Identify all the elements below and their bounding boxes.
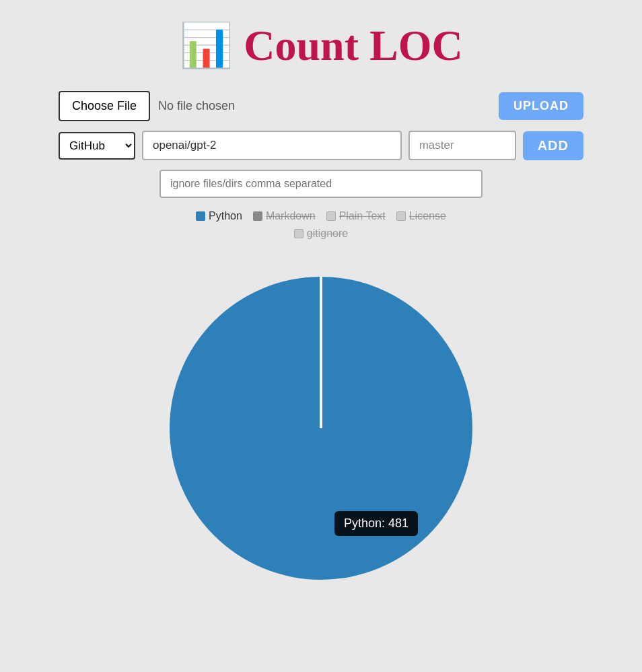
- upload-button[interactable]: UPLOAD: [499, 92, 583, 120]
- add-button[interactable]: ADD: [523, 131, 583, 160]
- app-title: Count LOC: [244, 21, 462, 71]
- legend-item-license[interactable]: License: [396, 210, 446, 222]
- pie-chart[interactable]: [153, 260, 489, 597]
- controls-section: Choose File No file chosen UPLOAD GitHub…: [59, 91, 583, 240]
- chart-container: Python: 481: [153, 260, 489, 597]
- legend-color-markdown: [253, 211, 262, 221]
- branch-input[interactable]: [408, 131, 516, 160]
- source-select[interactable]: GitHub GitLab Bitbucket: [59, 132, 135, 160]
- choose-file-button[interactable]: Choose File: [59, 91, 150, 121]
- legend-color-plaintext: [326, 211, 336, 221]
- legend-label-gitignore: gitignore: [307, 228, 348, 240]
- file-upload-row: Choose File No file chosen UPLOAD: [59, 91, 583, 121]
- legend-label-plaintext: Plain Text: [339, 210, 386, 222]
- chart-legend: Python Markdown Plain Text License gitig…: [59, 210, 583, 240]
- legend-item-plaintext[interactable]: Plain Text: [326, 210, 386, 222]
- ignore-input[interactable]: [159, 170, 483, 198]
- app-header: 📊 Count LOC: [179, 20, 462, 71]
- legend-color-license: [396, 211, 406, 221]
- legend-item-gitignore[interactable]: gitignore: [59, 228, 583, 240]
- no-file-label: No file chosen: [158, 99, 235, 113]
- legend-label-markdown: Markdown: [266, 210, 316, 222]
- legend-color-gitignore: [294, 229, 304, 238]
- legend-item-markdown[interactable]: Markdown: [253, 210, 316, 222]
- app-icon: 📊: [179, 20, 233, 71]
- legend-label-license: License: [409, 210, 446, 222]
- repo-input[interactable]: [142, 131, 402, 160]
- repo-row: GitHub GitLab Bitbucket ADD: [59, 131, 583, 160]
- legend-item-python[interactable]: Python: [196, 210, 242, 222]
- legend-color-python: [196, 211, 205, 221]
- ignore-row: [59, 170, 583, 198]
- legend-label-python: Python: [209, 210, 242, 222]
